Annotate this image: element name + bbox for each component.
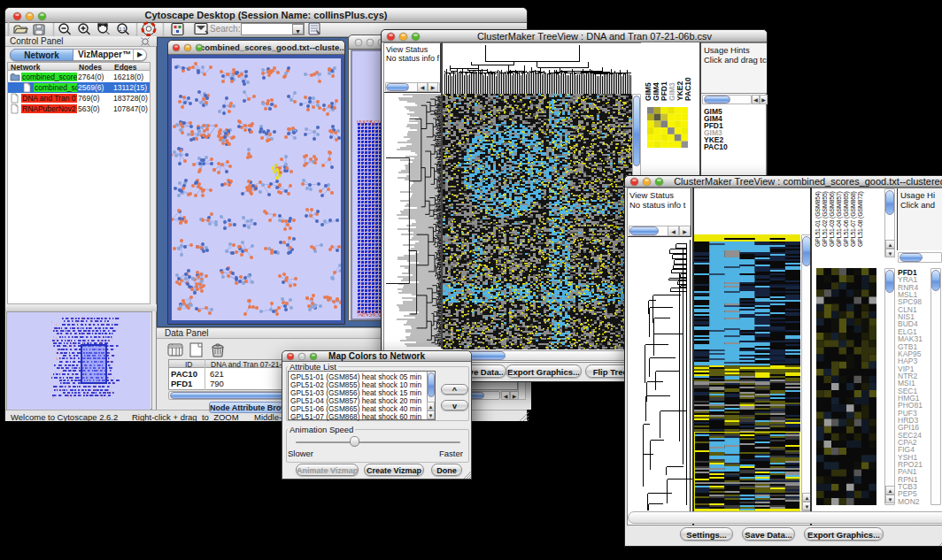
svg-text:1:1: 1:1 bbox=[119, 27, 126, 32]
